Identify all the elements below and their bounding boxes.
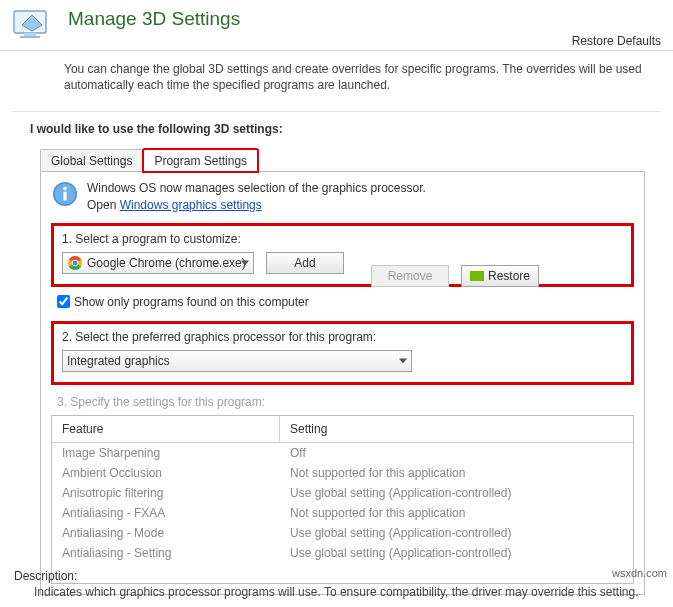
section2-label: 2. Select the preferred graphics process… [62,330,623,344]
info-line1: Windows OS now manages selection of the … [87,181,426,195]
info-banner: Windows OS now manages selection of the … [51,180,634,212]
gpu-select[interactable]: Integrated graphics [62,350,412,372]
info-icon [51,180,79,208]
settings-table: Feature Setting Image Sharpening Off Amb… [51,415,634,584]
tab-program-settings[interactable]: Program Settings [143,149,258,172]
program-select-value: Google Chrome (chrome.exe) [87,256,246,270]
checkbox-input[interactable] [57,295,70,308]
svg-rect-2 [24,33,36,36]
section-2-gpu-select: 2. Select the preferred graphics process… [51,321,634,385]
svg-rect-3 [20,36,40,38]
restore-defaults-link[interactable]: Restore Defaults [572,34,661,48]
settings-panel: I would like to use the following 3D set… [12,111,661,602]
gpu-select-value: Integrated graphics [67,354,170,368]
description-footer: Description: Indicates which graphics pr… [14,569,665,599]
chrome-icon [67,255,83,271]
table-row[interactable]: Anisotropic filtering Use global setting… [52,483,633,503]
intro-text: You can change the global 3D settings an… [0,57,673,101]
info-line2-prefix: Open [87,198,120,212]
table-row[interactable]: Image Sharpening Off [52,443,633,463]
program-select[interactable]: Google Chrome (chrome.exe) [62,252,254,274]
show-only-found-checkbox[interactable]: Show only programs found on this compute… [57,295,634,309]
description-label: Description: [14,569,665,583]
table-row[interactable]: Antialiasing - Setting Use global settin… [52,543,633,563]
panel-title: I would like to use the following 3D set… [26,122,647,136]
col-feature[interactable]: Feature [52,416,280,442]
page-title: Manage 3D Settings [68,6,663,30]
table-row[interactable]: Antialiasing - Mode Use global setting (… [52,523,633,543]
add-button[interactable]: Add [266,252,344,274]
restore-button[interactable]: Restore [461,265,539,287]
header-divider [0,50,673,51]
table-body[interactable]: Image Sharpening Off Ambient Occlusion N… [52,443,633,583]
info-text: Windows OS now manages selection of the … [87,180,426,212]
section1-label: 1. Select a program to customize: [62,232,623,246]
description-text: Indicates which graphics processor progr… [14,585,665,599]
svg-point-6 [63,187,67,191]
section-1-program-select: 1. Select a program to customize: Go [51,223,634,287]
svg-point-10 [73,260,78,265]
remove-button: Remove [371,265,449,287]
table-header: Feature Setting [52,416,633,443]
section3-label: 3. Specify the settings for this program… [57,395,634,409]
chevron-down-icon [241,260,249,265]
windows-graphics-link[interactable]: Windows graphics settings [120,198,262,212]
tab-strip: Global Settings Program Settings [40,149,647,172]
page-header: Manage 3D Settings Restore Defaults [0,0,673,44]
chevron-down-icon [399,358,407,363]
tab-content: Windows OS now manages selection of the … [40,171,645,594]
tab-global-settings[interactable]: Global Settings [40,149,143,172]
monitor-3d-icon [10,6,58,44]
table-row[interactable]: Ambient Occlusion Not supported for this… [52,463,633,483]
nvidia-icon [470,271,484,281]
table-row[interactable]: Antialiasing - FXAA Not supported for th… [52,503,633,523]
svg-rect-7 [63,192,66,201]
col-setting[interactable]: Setting [280,416,633,442]
